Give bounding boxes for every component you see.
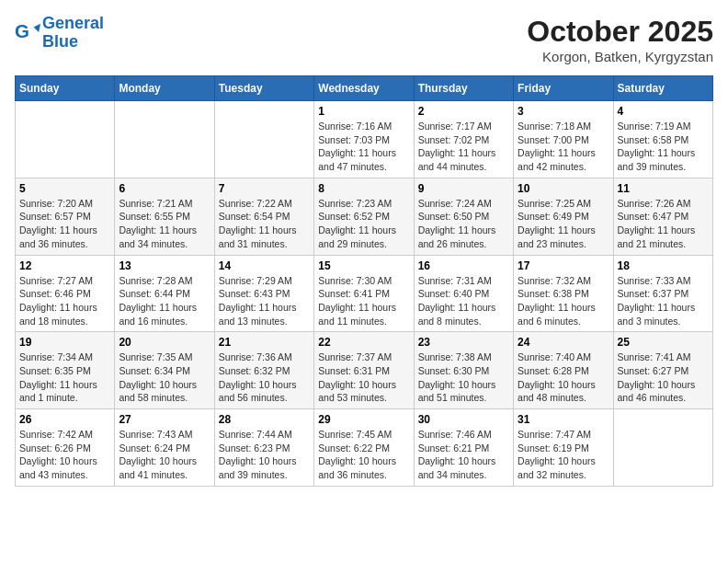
logo-line1: General (42, 14, 104, 32)
day-number: 9 (418, 182, 509, 195)
day-number: 3 (518, 105, 609, 118)
day-number: 23 (418, 336, 509, 349)
day-info: Sunrise: 7:41 AM Sunset: 6:27 PM Dayligh… (618, 350, 709, 405)
day-number: 21 (219, 336, 310, 349)
day-info: Sunrise: 7:45 AM Sunset: 6:22 PM Dayligh… (318, 428, 409, 482)
calendar-cell: 2Sunrise: 7:17 AM Sunset: 7:02 PM Daylig… (414, 101, 513, 178)
day-number: 15 (318, 259, 409, 272)
day-info: Sunrise: 7:46 AM Sunset: 6:21 PM Dayligh… (418, 428, 509, 482)
calendar-cell (16, 101, 115, 178)
day-info: Sunrise: 7:37 AM Sunset: 6:31 PM Dayligh… (318, 350, 409, 405)
day-info: Sunrise: 7:43 AM Sunset: 6:24 PM Dayligh… (119, 428, 210, 482)
day-number: 14 (219, 259, 310, 272)
calendar-cell: 27Sunrise: 7:43 AM Sunset: 6:24 PM Dayli… (115, 409, 214, 487)
logo-icon: G (15, 20, 40, 46)
location-subtitle: Korgon, Batken, Kyrgyzstan (527, 49, 713, 64)
calendar-cell: 10Sunrise: 7:25 AM Sunset: 6:49 PM Dayli… (514, 178, 613, 255)
month-title: October 2025 (527, 15, 713, 49)
week-row-5: 26Sunrise: 7:42 AM Sunset: 6:26 PM Dayli… (16, 409, 713, 487)
calendar-cell: 11Sunrise: 7:26 AM Sunset: 6:47 PM Dayli… (613, 178, 712, 255)
day-number: 24 (518, 336, 609, 349)
weekday-header-row: SundayMondayTuesdayWednesdayThursdayFrid… (16, 76, 713, 101)
day-info: Sunrise: 7:29 AM Sunset: 6:43 PM Dayligh… (219, 274, 310, 328)
day-info: Sunrise: 7:30 AM Sunset: 6:41 PM Dayligh… (318, 274, 409, 328)
calendar-cell (214, 101, 313, 178)
day-info: Sunrise: 7:42 AM Sunset: 6:26 PM Dayligh… (19, 428, 110, 482)
day-info: Sunrise: 7:16 AM Sunset: 7:03 PM Dayligh… (318, 120, 409, 174)
svg-text:G: G (15, 20, 29, 41)
day-info: Sunrise: 7:28 AM Sunset: 6:44 PM Dayligh… (119, 274, 210, 328)
day-number: 27 (119, 413, 210, 426)
day-number: 30 (418, 413, 509, 426)
day-info: Sunrise: 7:18 AM Sunset: 7:00 PM Dayligh… (518, 120, 609, 174)
day-info: Sunrise: 7:19 AM Sunset: 6:58 PM Dayligh… (618, 120, 709, 174)
day-number: 31 (518, 413, 609, 426)
weekday-header-tuesday: Tuesday (214, 76, 313, 101)
day-info: Sunrise: 7:23 AM Sunset: 6:52 PM Dayligh… (318, 197, 409, 251)
logo: G General Blue (15, 15, 104, 52)
calendar-cell: 4Sunrise: 7:19 AM Sunset: 6:58 PM Daylig… (613, 101, 712, 178)
day-info: Sunrise: 7:21 AM Sunset: 6:55 PM Dayligh… (119, 197, 210, 251)
calendar-cell: 14Sunrise: 7:29 AM Sunset: 6:43 PM Dayli… (214, 255, 313, 332)
calendar-cell: 21Sunrise: 7:36 AM Sunset: 6:32 PM Dayli… (214, 332, 313, 409)
day-info: Sunrise: 7:27 AM Sunset: 6:46 PM Dayligh… (19, 274, 110, 328)
day-info: Sunrise: 7:36 AM Sunset: 6:32 PM Dayligh… (219, 350, 310, 405)
day-info: Sunrise: 7:35 AM Sunset: 6:34 PM Dayligh… (119, 350, 210, 405)
calendar-cell: 22Sunrise: 7:37 AM Sunset: 6:31 PM Dayli… (314, 332, 414, 409)
day-info: Sunrise: 7:25 AM Sunset: 6:49 PM Dayligh… (518, 197, 609, 251)
day-number: 1 (318, 105, 409, 118)
day-number: 22 (318, 336, 409, 349)
day-number: 28 (219, 413, 310, 426)
day-info: Sunrise: 7:44 AM Sunset: 6:23 PM Dayligh… (219, 428, 310, 482)
calendar-cell: 20Sunrise: 7:35 AM Sunset: 6:34 PM Dayli… (115, 332, 214, 409)
week-row-2: 5Sunrise: 7:20 AM Sunset: 6:57 PM Daylig… (16, 178, 713, 255)
calendar-cell: 31Sunrise: 7:47 AM Sunset: 6:19 PM Dayli… (514, 409, 613, 487)
day-number: 17 (518, 259, 609, 272)
calendar-cell (613, 409, 712, 487)
day-number: 12 (19, 259, 110, 272)
calendar-cell: 17Sunrise: 7:32 AM Sunset: 6:38 PM Dayli… (514, 255, 613, 332)
day-info: Sunrise: 7:22 AM Sunset: 6:54 PM Dayligh… (219, 197, 310, 251)
calendar-cell: 28Sunrise: 7:44 AM Sunset: 6:23 PM Dayli… (214, 409, 313, 487)
day-info: Sunrise: 7:32 AM Sunset: 6:38 PM Dayligh… (518, 274, 609, 328)
weekday-header-saturday: Saturday (613, 76, 712, 101)
calendar-cell: 13Sunrise: 7:28 AM Sunset: 6:44 PM Dayli… (115, 255, 214, 332)
week-row-4: 19Sunrise: 7:34 AM Sunset: 6:35 PM Dayli… (16, 332, 713, 409)
calendar-cell: 12Sunrise: 7:27 AM Sunset: 6:46 PM Dayli… (16, 255, 115, 332)
day-number: 16 (418, 259, 509, 272)
day-number: 18 (618, 259, 709, 272)
logo-text: General Blue (42, 15, 104, 52)
page-header: G General Blue October 2025 Korgon, Batk… (15, 15, 713, 64)
day-number: 26 (19, 413, 110, 426)
day-number: 8 (318, 182, 409, 195)
calendar-cell: 26Sunrise: 7:42 AM Sunset: 6:26 PM Dayli… (16, 409, 115, 487)
day-number: 5 (19, 182, 110, 195)
calendar-cell: 1Sunrise: 7:16 AM Sunset: 7:03 PM Daylig… (314, 101, 414, 178)
day-info: Sunrise: 7:34 AM Sunset: 6:35 PM Dayligh… (19, 350, 110, 405)
calendar-cell (115, 101, 214, 178)
day-number: 20 (119, 336, 210, 349)
day-info: Sunrise: 7:38 AM Sunset: 6:30 PM Dayligh… (418, 350, 509, 405)
weekday-header-monday: Monday (115, 76, 214, 101)
calendar-cell: 7Sunrise: 7:22 AM Sunset: 6:54 PM Daylig… (214, 178, 313, 255)
day-number: 10 (518, 182, 609, 195)
calendar-cell: 9Sunrise: 7:24 AM Sunset: 6:50 PM Daylig… (414, 178, 513, 255)
day-info: Sunrise: 7:17 AM Sunset: 7:02 PM Dayligh… (418, 120, 509, 174)
week-row-3: 12Sunrise: 7:27 AM Sunset: 6:46 PM Dayli… (16, 255, 713, 332)
day-number: 19 (19, 336, 110, 349)
weekday-header-sunday: Sunday (16, 76, 115, 101)
day-number: 13 (119, 259, 210, 272)
day-number: 11 (618, 182, 709, 195)
day-number: 25 (618, 336, 709, 349)
weekday-header-thursday: Thursday (414, 76, 513, 101)
calendar-cell: 24Sunrise: 7:40 AM Sunset: 6:28 PM Dayli… (514, 332, 613, 409)
day-info: Sunrise: 7:24 AM Sunset: 6:50 PM Dayligh… (418, 197, 509, 251)
calendar-cell: 29Sunrise: 7:45 AM Sunset: 6:22 PM Dayli… (314, 409, 414, 487)
day-info: Sunrise: 7:31 AM Sunset: 6:40 PM Dayligh… (418, 274, 509, 328)
calendar-table: SundayMondayTuesdayWednesdayThursdayFrid… (15, 75, 713, 487)
weekday-header-wednesday: Wednesday (314, 76, 414, 101)
calendar-cell: 30Sunrise: 7:46 AM Sunset: 6:21 PM Dayli… (414, 409, 513, 487)
week-row-1: 1Sunrise: 7:16 AM Sunset: 7:03 PM Daylig… (16, 101, 713, 178)
svg-marker-1 (34, 24, 40, 32)
calendar-cell: 19Sunrise: 7:34 AM Sunset: 6:35 PM Dayli… (16, 332, 115, 409)
